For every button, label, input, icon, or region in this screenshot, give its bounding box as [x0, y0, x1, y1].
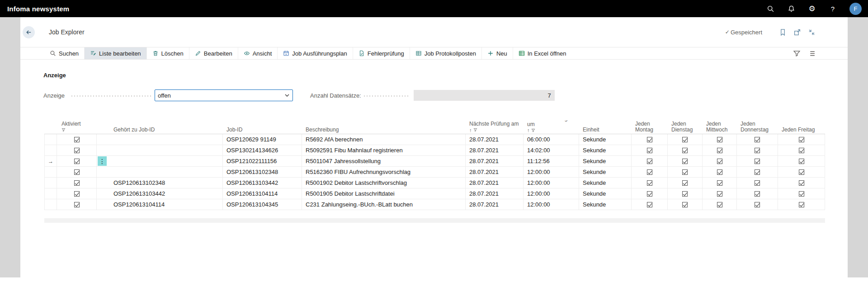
- cell-di[interactable]: [668, 188, 703, 199]
- cell-einheit[interactable]: Sekunde: [579, 145, 632, 156]
- checkbox-fr[interactable]: [799, 180, 804, 186]
- horizontal-scrollbar[interactable]: [44, 218, 825, 223]
- checkbox-aktiviert[interactable]: [74, 202, 80, 207]
- cell-gehoert[interactable]: OSP120613103442: [97, 188, 223, 199]
- action-job-protokollposten[interactable]: Job Protokollposten: [410, 47, 481, 59]
- cell-jobid[interactable]: OSP121022111156: [223, 156, 302, 167]
- cell-am[interactable]: 28.07.2021: [466, 199, 524, 210]
- cell-aktiviert[interactable]: [57, 134, 97, 145]
- column-header-am[interactable]: Nächste Prüfung am↑: [466, 120, 524, 134]
- cell-aktiviert[interactable]: [57, 167, 97, 178]
- row-selector[interactable]: [44, 199, 57, 210]
- fit-window-icon[interactable]: [807, 28, 816, 37]
- cell-do[interactable]: [737, 178, 778, 188]
- column-header-mi[interactable]: Jeden Mittwoch: [703, 120, 737, 134]
- cell-um[interactable]: 12:00:00: [524, 178, 579, 188]
- checkbox-di[interactable]: [682, 137, 688, 142]
- column-header-beschreibung[interactable]: Beschreibung: [302, 120, 466, 134]
- cell-um[interactable]: 11:12:56: [524, 156, 579, 167]
- row-selector[interactable]: →: [44, 156, 57, 167]
- checkbox-fr[interactable]: [799, 202, 804, 207]
- cell-gehoert[interactable]: [97, 134, 223, 145]
- cell-beschreibung[interactable]: R5092591 Fibu Mahnlauf registrieren: [302, 145, 466, 156]
- cell-mo[interactable]: [632, 199, 668, 210]
- cell-fr[interactable]: [778, 188, 825, 199]
- checkbox-aktiviert[interactable]: [74, 159, 80, 164]
- cell-fr[interactable]: [778, 134, 825, 145]
- cell-jobid[interactable]: OSP120613102348: [223, 167, 302, 178]
- row-selector[interactable]: [44, 134, 57, 145]
- cell-einheit[interactable]: Sekunde: [579, 188, 632, 199]
- cell-di[interactable]: [668, 145, 703, 156]
- cell-do[interactable]: [737, 167, 778, 178]
- cell-gehoert[interactable]: [97, 167, 223, 178]
- help-icon[interactable]: ?: [829, 5, 837, 13]
- cell-di[interactable]: [668, 156, 703, 167]
- checkbox-aktiviert[interactable]: [74, 180, 80, 186]
- cell-mi[interactable]: [703, 145, 737, 156]
- avatar[interactable]: F: [849, 3, 862, 15]
- cell-einheit[interactable]: Sekunde: [579, 156, 632, 167]
- checkbox-mo[interactable]: [647, 148, 652, 153]
- checkbox-aktiviert[interactable]: [74, 148, 80, 153]
- cell-di[interactable]: [668, 199, 703, 210]
- cell-mo[interactable]: [632, 145, 668, 156]
- cell-aktiviert[interactable]: [57, 199, 97, 210]
- action-job-ausführungsplan[interactable]: Job Ausführungsplan: [277, 47, 352, 59]
- cell-do[interactable]: [737, 188, 778, 199]
- cell-mo[interactable]: [632, 134, 668, 145]
- cell-am[interactable]: 28.07.2021: [466, 178, 524, 188]
- cell-fr[interactable]: [778, 156, 825, 167]
- checkbox-di[interactable]: [682, 202, 688, 207]
- cell-mi[interactable]: [703, 156, 737, 167]
- cell-aktiviert[interactable]: [57, 156, 97, 167]
- filter-icon[interactable]: [793, 49, 801, 58]
- cell-do[interactable]: [737, 145, 778, 156]
- checkbox-do[interactable]: [755, 180, 760, 186]
- cell-am[interactable]: 28.07.2021: [466, 188, 524, 199]
- cell-jobid[interactable]: OSP120629 91149: [223, 134, 302, 145]
- cell-mi[interactable]: [703, 199, 737, 210]
- checkbox-aktiviert[interactable]: [74, 137, 80, 142]
- column-header-einheit[interactable]: Einheit: [579, 120, 632, 134]
- cell-einheit[interactable]: Sekunde: [579, 199, 632, 210]
- column-header-um[interactable]: Nächste Prüfung um↑: [524, 120, 579, 134]
- cell-beschreibung[interactable]: R5001905 Debitor Lastschriftdatei: [302, 188, 466, 199]
- checkbox-fr[interactable]: [799, 148, 804, 153]
- checkbox-mi[interactable]: [717, 159, 722, 164]
- checkbox-mi[interactable]: [717, 137, 722, 142]
- checkbox-fr[interactable]: [799, 169, 804, 175]
- cell-beschreibung[interactable]: R5692 AfA berechnen: [302, 134, 466, 145]
- cell-mi[interactable]: [703, 134, 737, 145]
- checkbox-mi[interactable]: [717, 202, 722, 207]
- checkbox-fr[interactable]: [799, 191, 804, 197]
- cell-aktiviert[interactable]: [57, 178, 97, 188]
- cell-gehoert[interactable]: [97, 145, 223, 156]
- cell-jobid[interactable]: OSP120613103442: [223, 178, 302, 188]
- action-fehlerprüfung[interactable]: Fehlerprüfung: [353, 47, 410, 59]
- row-selector[interactable]: [44, 178, 57, 188]
- column-header-gehoert[interactable]: Gehört zu Job-ID: [97, 120, 223, 134]
- checkbox-di[interactable]: [682, 169, 688, 175]
- cell-do[interactable]: [737, 134, 778, 145]
- checkbox-mo[interactable]: [647, 180, 652, 186]
- cell-einheit[interactable]: Sekunde: [579, 178, 632, 188]
- cell-fr[interactable]: [778, 178, 825, 188]
- checkbox-do[interactable]: [755, 159, 760, 164]
- row-selector[interactable]: [44, 167, 57, 178]
- checkbox-do[interactable]: [755, 148, 760, 153]
- cell-um[interactable]: 12:00:00: [524, 167, 579, 178]
- checkbox-mo[interactable]: [647, 191, 652, 197]
- checkbox-aktiviert[interactable]: [74, 191, 80, 197]
- checkbox-di[interactable]: [682, 180, 688, 186]
- cell-mi[interactable]: [703, 188, 737, 199]
- checkbox-do[interactable]: [755, 137, 760, 142]
- row-selector[interactable]: [44, 145, 57, 156]
- checkbox-fr[interactable]: [799, 137, 804, 142]
- action-neu[interactable]: Neu: [481, 47, 513, 59]
- cell-am[interactable]: 28.07.2021: [466, 167, 524, 178]
- row-selector[interactable]: [44, 188, 57, 199]
- checkbox-mi[interactable]: [717, 180, 722, 186]
- cell-context-menu-button[interactable]: ⋮: [98, 156, 107, 166]
- display-filter-select[interactable]: offen: [155, 89, 293, 101]
